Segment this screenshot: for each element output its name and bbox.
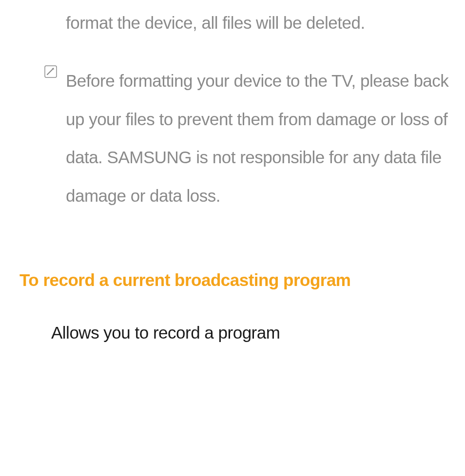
note-icon (44, 65, 58, 80)
format-warning-text: format the device, all files will be del… (66, 4, 446, 42)
record-section-heading: To record a current broadcasting program (19, 267, 465, 294)
record-description-text: Allows you to record a program (51, 317, 446, 348)
note-block: Before formatting your device to the TV,… (44, 62, 450, 215)
note-text: Before formatting your device to the TV,… (66, 62, 450, 215)
document-content: format the device, all files will be del… (0, 0, 465, 348)
